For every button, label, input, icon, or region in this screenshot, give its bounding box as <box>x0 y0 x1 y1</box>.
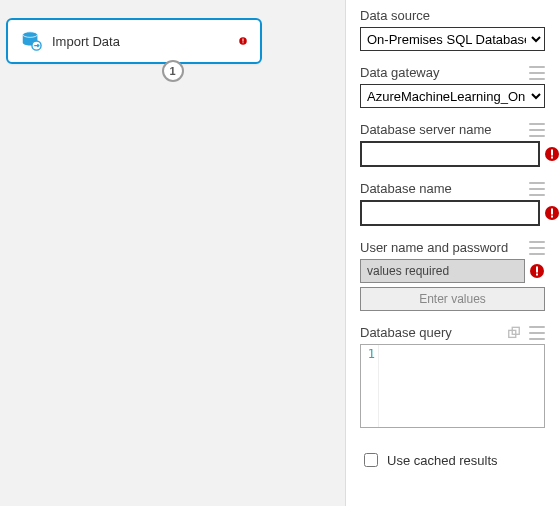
field-db-query: Database query 1 <box>360 325 545 428</box>
db-query-label: Database query <box>360 325 452 340</box>
field-db-name: Database name <box>360 181 545 226</box>
popout-icon[interactable] <box>507 326 521 340</box>
svg-rect-13 <box>536 267 538 273</box>
field-data-gateway: Data gateway AzureMachineLearning_OnPrem <box>360 65 545 108</box>
db-name-menu-icon[interactable] <box>529 182 545 196</box>
data-source-select[interactable]: On-Premises SQL Database <box>360 27 545 51</box>
svg-rect-14 <box>536 274 538 276</box>
error-icon <box>544 205 559 221</box>
error-icon <box>529 263 545 279</box>
experiment-canvas[interactable]: Import Data 1 <box>0 0 346 506</box>
use-cached-checkbox[interactable] <box>364 453 378 467</box>
module-import-data[interactable]: Import Data <box>6 18 262 64</box>
error-icon <box>238 36 248 46</box>
db-server-name-label: Database server name <box>360 122 492 137</box>
field-data-source: Data source On-Premises SQL Database <box>360 8 545 51</box>
db-server-name-input[interactable] <box>360 141 540 167</box>
module-title: Import Data <box>52 34 238 49</box>
error-icon <box>544 146 559 162</box>
db-query-text[interactable] <box>379 345 544 427</box>
properties-panel: Data source On-Premises SQL Database Dat… <box>346 0 559 506</box>
svg-rect-7 <box>551 150 553 156</box>
db-server-name-menu-icon[interactable] <box>529 123 545 137</box>
query-line-number: 1 <box>361 345 379 427</box>
data-gateway-menu-icon[interactable] <box>529 66 545 80</box>
credentials-menu-icon[interactable] <box>529 241 545 255</box>
svg-rect-5 <box>243 42 244 43</box>
database-import-icon <box>20 30 42 52</box>
db-name-input[interactable] <box>360 200 540 226</box>
use-cached-label: Use cached results <box>387 453 498 468</box>
svg-rect-10 <box>551 209 553 215</box>
module-output-port-1[interactable]: 1 <box>162 60 184 82</box>
data-gateway-label: Data gateway <box>360 65 440 80</box>
credentials-label: User name and password <box>360 240 508 255</box>
enter-values-button[interactable]: Enter values <box>360 287 545 311</box>
db-name-label: Database name <box>360 181 452 196</box>
credentials-status: values required <box>360 259 525 283</box>
field-db-server-name: Database server name <box>360 122 545 167</box>
svg-rect-11 <box>551 216 553 218</box>
field-credentials: User name and password values required E… <box>360 240 545 311</box>
data-source-label: Data source <box>360 8 430 23</box>
use-cached-row[interactable]: Use cached results <box>360 450 545 470</box>
data-gateway-select[interactable]: AzureMachineLearning_OnPrem <box>360 84 545 108</box>
db-query-editor[interactable]: 1 <box>360 344 545 428</box>
db-query-menu-icon[interactable] <box>529 326 545 340</box>
svg-rect-8 <box>551 157 553 159</box>
root: Import Data 1 Data source On-Premises SQ… <box>0 0 559 506</box>
svg-rect-4 <box>243 39 244 42</box>
